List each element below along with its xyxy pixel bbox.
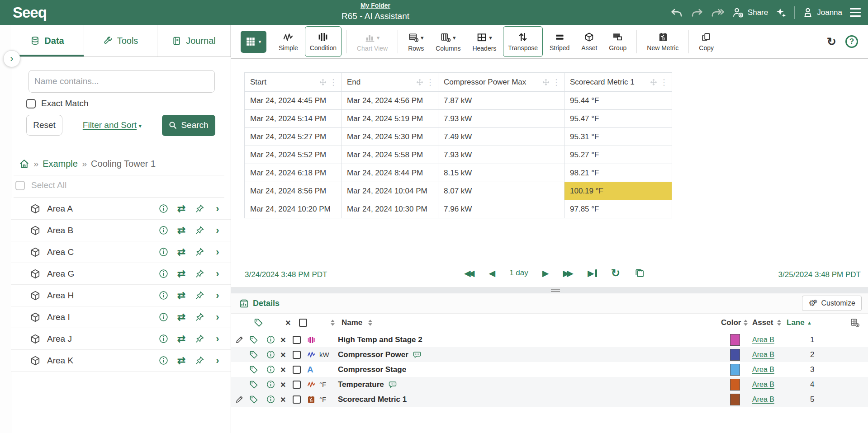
toolbar-chart-view[interactable]: ▾ Chart View (352, 26, 393, 57)
fast-forward-icon[interactable] (711, 7, 725, 18)
tag-icon[interactable] (249, 335, 266, 344)
toolbar-group[interactable]: Group (604, 26, 631, 57)
column-menu-icon[interactable]: ⋮ (329, 78, 337, 86)
info-icon[interactable] (266, 350, 280, 359)
step-forward-fast-icon[interactable]: ▶▶ (563, 269, 574, 278)
column-menu-icon[interactable]: ⋮ (660, 78, 668, 86)
tab-data[interactable]: Data (11, 25, 84, 56)
sort-icon[interactable] (777, 320, 781, 326)
item-name[interactable]: Scorecard Metric 1 (338, 395, 407, 404)
range-start-label[interactable]: 3/24/2024 3:48 PM PDT (245, 270, 327, 279)
color-swatch[interactable] (730, 394, 740, 405)
select-all-checkbox[interactable] (15, 181, 25, 190)
table-header-start[interactable]: Start⋮ (245, 73, 342, 92)
toolbar-transpose[interactable]: Transpose (503, 26, 543, 57)
pin-icon[interactable] (194, 312, 205, 322)
remove-icon[interactable]: × (280, 380, 293, 389)
comment-bubble-icon[interactable] (388, 381, 397, 389)
step-forward-icon[interactable]: ▶ (542, 269, 549, 278)
toolbar-striped[interactable]: Striped (545, 26, 574, 57)
reset-button[interactable]: Reset (26, 115, 62, 136)
filter-and-sort-link[interactable]: Filter and Sort▾ (62, 120, 162, 130)
toolbar-new-metric[interactable]: New Metric (642, 26, 683, 57)
toolbar-rows[interactable]: ▾ Rows (403, 26, 429, 57)
tag-icon[interactable] (249, 350, 266, 359)
chevron-right-icon[interactable]: › (212, 334, 223, 344)
asset-row[interactable]: Area B ⇄ › (11, 220, 231, 241)
asset-name[interactable]: Area C (47, 247, 151, 257)
item-name[interactable]: Compressor Power (338, 350, 422, 359)
move-icon[interactable] (416, 79, 423, 86)
item-name[interactable]: Compressor Stage (338, 365, 406, 374)
table-header-metric[interactable]: Scorecard Metric 1⋮ (564, 73, 672, 92)
panel-splitter[interactable] (231, 287, 868, 293)
info-icon[interactable] (157, 269, 169, 278)
asset-column-header[interactable]: Asset (752, 318, 773, 327)
column-menu-icon[interactable]: ⋮ (552, 78, 560, 86)
move-icon[interactable] (650, 79, 657, 86)
asset-name[interactable]: Area I (47, 312, 151, 322)
pin-icon[interactable] (194, 226, 205, 235)
sort-icon[interactable] (744, 320, 748, 326)
tab-journal[interactable]: Journal (157, 25, 231, 56)
duration-label[interactable]: 1 day (509, 268, 528, 278)
pin-icon[interactable] (194, 269, 205, 278)
info-icon[interactable] (157, 247, 169, 257)
tag-icon[interactable] (249, 395, 266, 404)
add-column-icon[interactable] (850, 318, 860, 328)
toolbar-simple[interactable]: Simple (274, 26, 303, 57)
asset-row[interactable]: Area I ⇄ › (11, 306, 231, 328)
item-name[interactable]: Temperature (338, 380, 397, 389)
search-input[interactable] (28, 70, 215, 93)
asset-name[interactable]: Area J (47, 334, 151, 344)
ai-sparkle-icon[interactable] (776, 7, 787, 18)
chevron-right-icon[interactable]: › (212, 204, 223, 214)
move-icon[interactable] (319, 79, 327, 86)
toolbar-headers[interactable]: ▾ Headers (467, 26, 501, 57)
pin-icon[interactable] (194, 291, 205, 300)
asset-row[interactable]: Area G ⇄ › (11, 263, 231, 285)
toolbar-copy[interactable]: Copy (694, 26, 719, 57)
info-icon[interactable] (157, 312, 169, 322)
toolbar-columns[interactable]: ▾ Columns (431, 26, 465, 57)
color-swatch[interactable] (730, 349, 740, 361)
pin-icon[interactable] (194, 334, 205, 344)
asset-name[interactable]: Area B (47, 226, 151, 235)
info-icon[interactable] (266, 335, 280, 344)
hamburger-menu-icon[interactable] (850, 8, 861, 17)
select-all-items-checkbox[interactable] (299, 319, 307, 327)
search-button[interactable]: Search (162, 115, 215, 136)
asset-link[interactable]: Area B (752, 381, 774, 389)
exact-match-checkbox[interactable] (26, 99, 36, 108)
column-menu-icon[interactable]: ⋮ (426, 78, 434, 86)
item-checkbox[interactable] (293, 395, 301, 404)
color-swatch[interactable] (730, 364, 740, 376)
redo-icon[interactable] (691, 7, 703, 18)
info-icon[interactable] (157, 204, 169, 213)
asset-row[interactable]: Area A ⇄ › (11, 198, 231, 220)
range-end-label[interactable]: 3/25/2024 3:48 PM PDT (778, 270, 861, 279)
item-name[interactable]: High Temp and Stage 2 (338, 335, 422, 344)
chevron-right-icon[interactable]: › (212, 356, 223, 366)
toolbar-condition[interactable]: Condition (305, 26, 342, 57)
asset-name[interactable]: Area H (47, 291, 151, 301)
edit-pencil-icon[interactable] (231, 395, 249, 404)
item-checkbox[interactable] (293, 381, 301, 389)
breadcrumb-example-link[interactable]: Example (43, 159, 78, 169)
help-icon[interactable]: ? (845, 35, 858, 48)
swap-icon[interactable]: ⇄ (175, 356, 187, 366)
share-button[interactable]: Share (732, 7, 768, 18)
details-row[interactable]: × °F Temperature Area B 4 (231, 377, 868, 392)
details-row[interactable]: × A Compressor Stage Area B 3 (231, 362, 868, 377)
swap-icon[interactable]: ⇄ (175, 334, 187, 344)
info-icon[interactable] (157, 356, 169, 365)
info-icon[interactable] (157, 291, 169, 300)
asset-name[interactable]: Area G (47, 269, 151, 279)
toolbar-asset[interactable]: Asset (576, 26, 602, 57)
swap-icon[interactable]: ⇄ (175, 226, 187, 235)
chevron-right-icon[interactable]: › (212, 247, 223, 257)
edit-pencil-icon[interactable] (231, 335, 249, 344)
step-back-icon[interactable]: ◀ (489, 269, 495, 278)
step-back-fast-icon[interactable]: ◀◀ (464, 269, 474, 278)
tag-icon[interactable] (249, 380, 266, 389)
